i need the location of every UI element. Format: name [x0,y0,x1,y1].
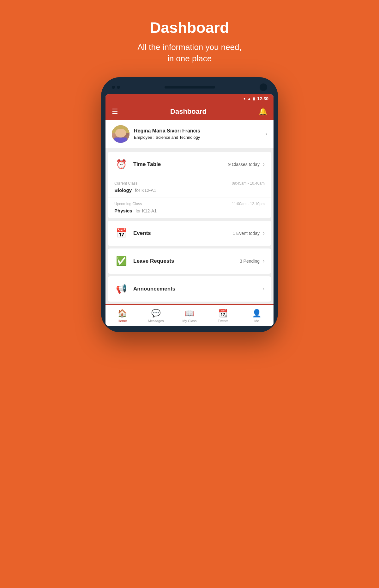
phone-cameras [112,86,120,89]
phone-dot-1 [112,86,115,89]
phone-screen: ▾ ▲ ▮ 12:30 ☰ Dashboard 🔔 [105,94,274,326]
profile-role: Employee : Science and Technology [134,135,265,140]
page-header: Dashboard All the information you need, … [137,13,242,64]
nav-label-home: Home [118,319,127,323]
battery-icon: ▮ [253,96,255,101]
leave-requests-title: Leave Requests [133,258,240,264]
status-icons: ▾ ▲ ▮ 12:30 [244,96,268,101]
events-nav-icon: 📆 [218,309,228,318]
profile-info: Regina Maria Sivori Francis Employee : S… [134,128,265,140]
page-subtitle: All the information you need, in one pla… [137,41,242,64]
avatar-face [115,129,126,138]
screen-content: Regina Maria Sivori Francis Employee : S… [105,120,274,326]
status-time: 12:30 [257,96,268,101]
nav-item-me[interactable]: 👤 Me [240,305,274,326]
current-class-time: 09:45am - 10.40am [232,181,265,186]
current-class-name: Biology for K12-A1 [114,187,265,193]
events-badge: 1 Event today [232,231,260,236]
menu-icon[interactable]: ☰ [112,107,118,116]
myclass-icon: 📖 [185,309,194,318]
profile-chevron-icon: › [265,131,267,137]
home-icon: 🏠 [117,309,127,318]
phone-dot-2 [117,86,120,89]
nav-item-events[interactable]: 📆 Events [206,305,240,326]
notification-bell-icon[interactable]: 🔔 [259,107,267,116]
phone-camera [260,83,267,91]
upcoming-class-label: Upcoming Class [114,202,142,206]
timetable-card-header[interactable]: ⏰ Time Table 9 Classes today › [108,152,271,177]
nav-label-myclass: My Class [182,319,196,323]
upcoming-class-for: for K12-A1 [135,208,157,213]
current-class-item: Current Class 09:45am - 10.40am Biology … [108,177,271,198]
timetable-badge: 9 Classes today [228,162,260,167]
status-bar: ▾ ▲ ▮ 12:30 [105,94,274,103]
nav-item-messages[interactable]: 💬 Messages [139,305,172,326]
app-bar-title: Dashboard [170,107,207,116]
app-bar: ☰ Dashboard 🔔 [105,103,274,120]
phone-top [105,83,274,94]
announcements-icon: 📢 [114,282,128,296]
announcements-card: 📢 Announcements › [108,276,271,302]
upcoming-class-header: Upcoming Class 11:00am - 12.10pm [114,202,265,206]
current-class-label: Current Class [114,181,137,186]
current-class-for: for K12-A1 [135,188,156,193]
signal-icon: ▲ [247,96,251,101]
phone-speaker [165,86,215,89]
avatar [112,125,129,143]
profile-name: Regina Maria Sivori Francis [134,128,265,134]
clock-icon: ⏰ [114,157,128,171]
upcoming-class-name: Physics for K12-A1 [114,208,265,214]
cards-section: ⏰ Time Table 9 Classes today › Current C… [105,149,274,304]
avatar-body [114,138,127,143]
profile-card[interactable]: Regina Maria Sivori Francis Employee : S… [105,120,274,148]
leave-requests-card-header[interactable]: ✅ Leave Requests 3 Pending › [108,248,271,274]
bottom-nav: 🏠 Home 💬 Messages 📖 My Class 📆 Events 👤 [105,304,274,326]
leave-requests-badge: 3 Pending [240,259,260,264]
leave-check-icon: ✅ [114,254,128,268]
announcements-card-header[interactable]: 📢 Announcements › [108,276,271,302]
page-title: Dashboard [137,19,242,36]
nav-item-myclass[interactable]: 📖 My Class [173,305,206,326]
phone-frame: ▾ ▲ ▮ 12:30 ☰ Dashboard 🔔 [101,77,278,332]
calendar-icon: 📅 [114,226,128,240]
wifi-icon: ▾ [244,96,245,101]
leave-requests-card: ✅ Leave Requests 3 Pending › [108,248,271,274]
events-card: 📅 Events 1 Event today › [108,221,271,246]
leave-requests-chevron-icon: › [263,258,265,264]
events-card-header[interactable]: 📅 Events 1 Event today › [108,221,271,246]
events-chevron-icon: › [263,230,265,236]
timetable-card: ⏰ Time Table 9 Classes today › Current C… [108,152,271,218]
nav-label-me: Me [254,319,259,323]
nav-label-events: Events [218,319,229,323]
nav-label-messages: Messages [148,319,164,323]
me-icon: 👤 [252,309,262,318]
upcoming-class-time: 11:00am - 12.10pm [232,202,265,206]
upcoming-class-item: Upcoming Class 11:00am - 12.10pm Physics… [108,198,271,218]
announcements-title: Announcements [133,286,260,292]
current-class-header: Current Class 09:45am - 10.40am [114,181,265,186]
timetable-title: Time Table [133,161,228,168]
nav-item-home[interactable]: 🏠 Home [105,305,139,326]
messages-icon: 💬 [151,309,161,318]
timetable-chevron-icon: › [263,161,265,168]
events-title: Events [133,230,232,236]
announcements-chevron-icon: › [263,285,265,292]
